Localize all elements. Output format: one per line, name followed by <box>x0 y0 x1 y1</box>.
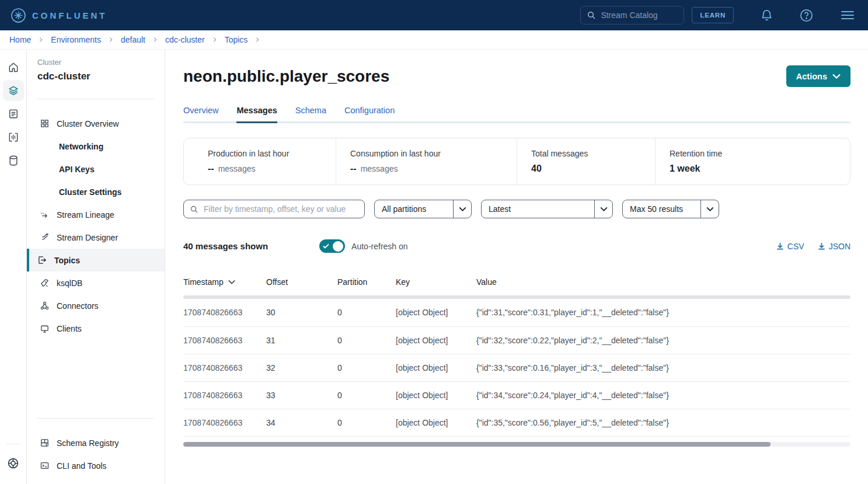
column-header-value[interactable]: Value <box>476 270 850 295</box>
chevron-down-icon <box>832 74 841 79</box>
horizontal-scrollbar-thumb[interactable] <box>183 442 771 447</box>
message-filter-input[interactable] <box>204 204 358 214</box>
messages-shown-count: 40 messages shown <box>183 241 268 251</box>
chevron-right-icon <box>39 37 43 42</box>
stat-value: 1 week <box>670 163 700 174</box>
stream-catalog-search[interactable]: Stream Catalog <box>580 6 684 25</box>
cell-partition: 0 <box>337 381 396 409</box>
column-header-timestamp[interactable]: Timestamp <box>183 270 266 295</box>
billing-document-icon[interactable] <box>3 103 24 124</box>
cell-key: [object Object] <box>396 409 476 436</box>
chevron-down-icon <box>700 200 719 218</box>
learn-button[interactable]: LEARN <box>692 7 734 23</box>
cell-partition: 0 <box>337 326 396 354</box>
download-csv-link[interactable]: CSV <box>776 242 804 251</box>
search-icon <box>190 205 198 214</box>
partition-select[interactable]: All partitions <box>374 200 472 218</box>
cell-timestamp: 1708740826663 <box>183 326 266 354</box>
toggle-knob <box>333 241 343 252</box>
sidebar-item-stream-designer[interactable]: Stream Designer <box>27 226 165 249</box>
breadcrumb-home[interactable]: Home <box>9 35 31 44</box>
home-icon[interactable] <box>3 57 24 78</box>
order-select-value: Latest <box>482 204 594 214</box>
sidebar-item-label: Cluster Settings <box>59 187 121 197</box>
cell-offset: 30 <box>266 299 337 326</box>
table-row[interactable]: 1708740826663 32 0 [object Object] {"id"… <box>183 354 850 381</box>
chevron-right-icon <box>153 37 158 42</box>
terminal-icon <box>40 461 50 471</box>
notifications-bell-icon[interactable] <box>760 9 773 22</box>
tab-schema[interactable]: Schema <box>295 106 326 123</box>
sidebar-item-cli-and-tools[interactable]: CLI and Tools <box>27 454 165 477</box>
sidebar-item-api-keys[interactable]: API Keys <box>27 158 165 180</box>
download-icon <box>776 242 784 250</box>
support-lifering-icon[interactable] <box>3 452 24 473</box>
stream-catalog-placeholder: Stream Catalog <box>601 11 657 20</box>
cell-key: [object Object] <box>396 381 476 409</box>
sidebar-item-cluster-settings[interactable]: Cluster Settings <box>27 180 165 203</box>
rail-divider <box>6 444 20 444</box>
cell-offset: 33 <box>266 381 337 409</box>
breadcrumb-topics[interactable]: Topics <box>225 35 248 44</box>
stat-value: -- <box>208 163 214 174</box>
cell-timestamp: 1708740826663 <box>183 354 266 381</box>
sidebar-item-schema-registry[interactable]: Schema Registry <box>27 431 165 454</box>
cell-partition: 0 <box>337 409 396 436</box>
cell-value: {"id":33,"score":0.16,"player_id":3,"__d… <box>476 354 850 381</box>
column-header-offset[interactable]: Offset <box>266 270 337 295</box>
sidebar-item-cluster-overview[interactable]: Cluster Overview <box>27 112 165 135</box>
confluent-logo-icon <box>11 8 26 23</box>
download-json-link[interactable]: JSON <box>818 242 850 251</box>
stat-label: Retention time <box>670 149 850 158</box>
limit-select-value: Max 50 results <box>623 204 700 214</box>
sidebar-item-connectors[interactable]: Connectors <box>27 294 165 317</box>
sidebar-item-clients[interactable]: Clients <box>27 317 165 340</box>
breadcrumb-default[interactable]: default <box>121 35 145 44</box>
actions-button[interactable]: Actions <box>786 65 850 87</box>
sidebar-item-label: Stream Lineage <box>57 210 114 220</box>
confluent-brand[interactable]: CONFLUENT <box>11 8 107 23</box>
limit-select[interactable]: Max 50 results <box>622 200 719 218</box>
tab-configuration[interactable]: Configuration <box>344 106 395 123</box>
stream-designer-icon <box>40 232 50 242</box>
auto-refresh-toggle[interactable] <box>319 239 345 253</box>
table-row[interactable]: 1708740826663 34 0 [object Object] {"id"… <box>183 409 850 436</box>
cell-partition: 0 <box>337 354 396 381</box>
map-brackets-icon[interactable] <box>3 127 24 148</box>
cell-timestamp: 1708740826663 <box>183 299 266 326</box>
sidebar-item-ksqldb[interactable]: ksqlDB <box>27 271 165 294</box>
cell-value: {"id":35,"score":0.56,"player_id":5,"__d… <box>476 409 850 436</box>
table-row[interactable]: 1708740826663 31 0 [object Object] {"id"… <box>183 326 850 354</box>
stat-value: 40 <box>531 163 542 174</box>
stat-label: Total messages <box>531 149 655 158</box>
cell-partition: 0 <box>337 299 396 326</box>
help-icon[interactable] <box>800 9 813 22</box>
message-filter-search[interactable] <box>183 200 365 218</box>
breadcrumb-environments[interactable]: Environments <box>51 35 101 44</box>
breadcrumb-cdc-cluster[interactable]: cdc-cluster <box>165 35 205 44</box>
tab-messages[interactable]: Messages <box>236 106 277 123</box>
sidebar-item-stream-lineage[interactable]: Stream Lineage <box>27 203 165 226</box>
messages-toolbar: 40 messages shown Auto-refresh on CSV <box>183 239 850 253</box>
stat-label: Consumption in last hour <box>350 149 517 158</box>
sidebar-footer-divider <box>37 418 154 419</box>
column-header-key[interactable]: Key <box>396 270 476 295</box>
page-title: neon.public.player_scores <box>183 67 389 86</box>
sidebar-item-label: ksqlDB <box>57 278 82 288</box>
table-row[interactable]: 1708740826663 30 0 [object Object] {"id"… <box>183 299 850 326</box>
hamburger-menu-icon[interactable] <box>841 11 854 19</box>
horizontal-scrollbar-track[interactable] <box>183 442 850 447</box>
cell-value: {"id":32,"score":0.22,"player_id":2,"__d… <box>476 326 850 354</box>
top-navbar: CONFLUENT Stream Catalog LEARN <box>0 0 868 30</box>
breadcrumb: Home Environments default cdc-cluster To… <box>0 30 868 50</box>
grid-icon <box>40 119 50 128</box>
table-row[interactable]: 1708740826663 33 0 [object Object] {"id"… <box>183 381 850 409</box>
sidebar-item-topics[interactable]: Topics <box>27 249 165 271</box>
tab-overview[interactable]: Overview <box>183 106 218 123</box>
column-header-partition[interactable]: Partition <box>337 270 396 295</box>
environments-layers-icon[interactable] <box>3 80 24 101</box>
sidebar-item-networking[interactable]: Networking <box>27 135 165 158</box>
order-select[interactable]: Latest <box>481 200 613 218</box>
chevron-down-icon <box>594 200 612 218</box>
database-icon[interactable] <box>3 150 24 171</box>
